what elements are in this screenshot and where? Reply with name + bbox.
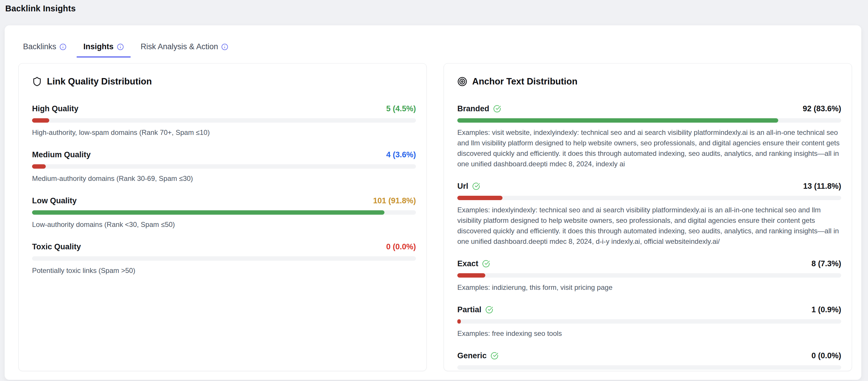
shield-icon	[32, 76, 42, 87]
row-value: 92 (83.6%)	[803, 104, 841, 114]
row-examples: Examples: indexlyindexly: technical seo …	[457, 205, 841, 247]
bar-fill	[32, 118, 49, 123]
row-examples: Examples: visit website, indexlyindexly:…	[457, 127, 841, 169]
anchor-row: Exact 8 (7.3%) Examples: indizierung, th…	[457, 259, 841, 293]
row-label: Medium Quality	[32, 150, 91, 160]
bar-fill	[32, 164, 46, 169]
progress-track	[32, 210, 416, 215]
row-value: 0 (0.0%)	[386, 242, 416, 252]
row-label: Low Quality	[32, 196, 76, 205]
info-icon[interactable]	[59, 43, 66, 51]
card-title: Anchor Text Distribution	[472, 76, 578, 87]
row-value: 0 (0.0%)	[811, 351, 841, 360]
bar-fill	[457, 319, 461, 324]
quality-row: High Quality 5 (4.5%) High-authority, lo…	[32, 104, 416, 138]
row-examples: Examples: indizierung, this form, visit …	[457, 282, 841, 293]
progress-track	[457, 196, 841, 200]
row-description: Medium-authority domains (Rank 30-69, Sp…	[32, 173, 416, 184]
anchor-text-card: Anchor Text Distribution Branded 92 (83.…	[444, 63, 852, 371]
progress-track	[457, 319, 841, 324]
anchor-row: Url 13 (11.8%) Examples: indexlyindexly:…	[457, 181, 841, 247]
row-value: 13 (11.8%)	[803, 181, 841, 191]
bar-fill	[457, 273, 485, 278]
page-title: Backlink Insights	[0, 0, 868, 13]
row-description: Potentially toxic links (Spam >50)	[32, 265, 416, 276]
tab-bar: Backlinks Insights Risk Analysis & Actio…	[18, 40, 852, 58]
check-circle-icon	[482, 260, 490, 268]
check-circle-icon	[493, 105, 501, 113]
backlink-insights-panel: Backlinks Insights Risk Analysis & Actio…	[5, 25, 861, 380]
row-label: Toxic Quality	[32, 242, 81, 252]
tab-risk-analysis[interactable]: Risk Analysis & Action	[134, 40, 235, 58]
progress-track	[32, 256, 416, 261]
info-icon[interactable]	[117, 43, 124, 51]
quality-row: Low Quality 101 (91.8%) Low-authority do…	[32, 196, 416, 230]
bar-fill	[32, 210, 384, 215]
row-value: 4 (3.6%)	[386, 150, 416, 160]
card-title: Link Quality Distribution	[47, 76, 152, 87]
row-description: Low-authority domains (Rank <30, Spam ≤5…	[32, 219, 416, 230]
tab-label: Insights	[83, 42, 114, 51]
row-value: 8 (7.3%)	[811, 259, 841, 268]
quality-row: Toxic Quality 0 (0.0%) Potentially toxic…	[32, 242, 416, 276]
row-label: Exact	[457, 259, 478, 268]
row-description: High-authority, low-spam domains (Rank 7…	[32, 127, 416, 138]
row-examples: Examples: free indexing seo tools	[457, 328, 841, 339]
check-circle-icon	[491, 352, 498, 360]
row-label: High Quality	[32, 104, 79, 114]
cards-row: Link Quality Distribution High Quality 5…	[18, 63, 852, 371]
progress-track	[32, 118, 416, 123]
bar-fill	[457, 196, 502, 200]
row-label: Branded	[457, 104, 489, 114]
anchor-row: Generic 0 (0.0%)	[457, 351, 841, 370]
progress-track	[457, 273, 841, 278]
progress-track	[32, 164, 416, 169]
check-circle-icon	[472, 182, 480, 190]
link-quality-card: Link Quality Distribution High Quality 5…	[18, 63, 427, 371]
check-circle-icon	[485, 306, 493, 314]
bar-fill	[457, 118, 778, 123]
tab-insights[interactable]: Insights	[76, 40, 131, 58]
tab-backlinks[interactable]: Backlinks	[18, 40, 73, 58]
anchor-row: Partial 1 (0.9%) Examples: free indexing…	[457, 305, 841, 339]
quality-row: Medium Quality 4 (3.6%) Medium-authority…	[32, 150, 416, 184]
card-header: Link Quality Distribution	[32, 76, 416, 87]
tab-label: Backlinks	[23, 42, 56, 51]
card-header: Anchor Text Distribution	[457, 76, 841, 87]
info-icon[interactable]	[221, 43, 228, 51]
row-label: Url	[457, 181, 468, 191]
progress-track	[457, 365, 841, 370]
row-value: 5 (4.5%)	[386, 104, 416, 114]
target-icon	[457, 76, 467, 87]
progress-track	[457, 118, 841, 123]
row-label: Partial	[457, 305, 482, 315]
row-value: 101 (91.8%)	[373, 196, 416, 205]
anchor-row: Branded 92 (83.6%) Examples: visit websi…	[457, 104, 841, 169]
row-label: Generic	[457, 351, 487, 360]
tab-label: Risk Analysis & Action	[141, 42, 218, 51]
row-value: 1 (0.9%)	[811, 305, 841, 315]
